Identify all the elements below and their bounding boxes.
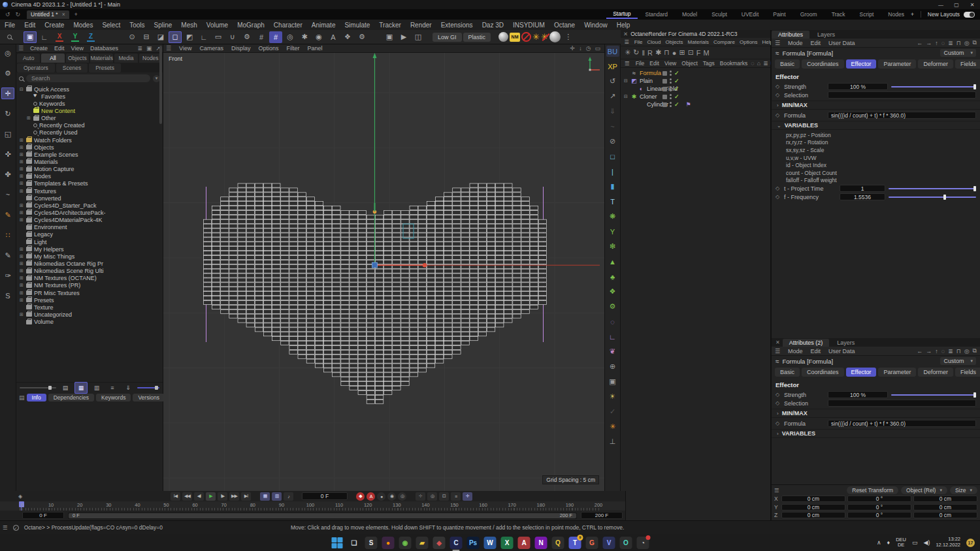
asset-menu-item-databases[interactable]: Databases [87, 45, 122, 52]
attributes-tab-attributes[interactable]: Attributes (2) [783, 339, 830, 347]
points-mode-button[interactable]: ⊙ [125, 31, 139, 43]
enabled-check-icon[interactable]: ✓ [674, 78, 679, 84]
tree-item-volume[interactable]: Volume [16, 319, 163, 326]
low-gi-button[interactable]: Low GI [433, 33, 462, 42]
record-off-button[interactable]: ● [377, 492, 385, 501]
material-picker-icon[interactable]: M [704, 49, 710, 57]
language-indicator[interactable]: DEUDE [896, 537, 906, 548]
add-icon[interactable]: ⊞ [679, 48, 685, 57]
viewport-front[interactable]: Front Grid Spacing : 5 cm [163, 53, 604, 491]
tree-item-recently-used[interactable]: Recently Used [16, 129, 163, 136]
octane-menu-item-materials[interactable]: Materials [685, 39, 711, 45]
attr-tab-fields[interactable]: Fields [955, 368, 980, 377]
menu-item-extensions[interactable]: Extensions [436, 22, 478, 29]
preset-dropdown[interactable]: Custom▾ [940, 357, 976, 365]
goto-end-button[interactable]: ▶I [241, 492, 251, 501]
next-frame-button[interactable]: I▶ [218, 492, 227, 501]
layout-tab-groom[interactable]: Groom [794, 10, 824, 18]
attr-menu-mode[interactable]: Mode [785, 348, 806, 354]
menu-item-select[interactable]: Select [97, 22, 125, 29]
tree-item-light[interactable]: Light [16, 238, 163, 245]
refresh-icon[interactable]: ↻ [633, 48, 639, 57]
layout-tab-standard[interactable]: Standard [639, 10, 675, 18]
character-button[interactable]: ❇ [606, 241, 619, 252]
polygons-mode-button[interactable]: ◪ [154, 31, 167, 43]
clock-icon[interactable]: ◷ [586, 45, 591, 52]
attr-tab-effector[interactable]: Effector [846, 59, 877, 69]
text-primitive-button[interactable]: T [606, 196, 619, 207]
preset-dropdown[interactable]: Custom▾ [940, 49, 976, 57]
scale-tool[interactable]: ◱ [1, 128, 14, 140]
object-cloner[interactable]: ⊟ ✱ Cloner ✓ [621, 93, 770, 101]
null-button[interactable]: ∟ [606, 331, 619, 342]
asset-filter-tab-auto[interactable]: Auto [17, 54, 40, 63]
up-icon[interactable]: ↑ [935, 348, 938, 354]
material-ball-icon[interactable]: ● [672, 49, 677, 57]
tree-item-new-content[interactable]: New Content [16, 107, 163, 114]
speaker-icon[interactable]: ◀) [924, 539, 930, 546]
attr-menu-user-data[interactable]: User Data [825, 348, 858, 354]
close-icon[interactable]: ✕ [772, 339, 781, 345]
visibility-dots[interactable] [670, 71, 672, 76]
attributes-tab-layers[interactable]: Layers [830, 339, 861, 347]
teams-icon[interactable]: T9 [569, 537, 581, 549]
variables-group[interactable]: ›VARIABLES [772, 429, 980, 438]
asset-menu-item-create[interactable]: Create [27, 45, 51, 52]
octane-menu-item-compare[interactable]: Compare [711, 39, 738, 45]
tree-item-my-misc-things[interactable]: ⊞ My Misc Things [16, 253, 163, 260]
menu-item-simulate[interactable]: Simulate [340, 22, 374, 29]
filter-icon[interactable]: ≣ [763, 60, 768, 67]
download-icon[interactable]: ⇓ [122, 382, 135, 394]
info-tab-info[interactable]: Info [27, 394, 46, 401]
search-icon[interactable] [3, 31, 16, 43]
dolly-icon[interactable]: ↓ [579, 45, 582, 52]
strength-field[interactable]: 100 % [828, 83, 888, 90]
excel-icon[interactable]: X [501, 537, 514, 549]
t-slider[interactable] [889, 188, 976, 189]
filter-icon[interactable]: ≣ [948, 348, 953, 354]
tree-item-textures[interactable]: ⊞ Textures [16, 187, 163, 195]
layers-button[interactable]: ≡ [451, 492, 461, 501]
cloner-button[interactable]: ❋ [606, 211, 619, 222]
strength-slider[interactable] [891, 86, 976, 87]
lock-icon[interactable]: ⊓ [664, 48, 670, 57]
hamburger-icon[interactable]: ☰ [772, 40, 783, 46]
environment-button[interactable]: ⊕ [606, 361, 619, 372]
clock-app-icon[interactable]: ◔ [637, 537, 649, 549]
fracture-button[interactable]: ❖ [606, 286, 619, 297]
dots-tool[interactable]: ∷ [1, 229, 14, 241]
enabled-check-icon[interactable]: ✓ [674, 101, 679, 108]
formula-field[interactable]: sin(((id / count) + t) * f * 360.0) [828, 112, 976, 119]
layout-tab-uvedit[interactable]: UVEdit [735, 10, 765, 18]
name-column-slider[interactable] [20, 387, 56, 388]
cast-icon[interactable]: ▭ [912, 539, 918, 546]
autokey-button[interactable]: A [367, 492, 375, 501]
info-tab-dependencies[interactable]: Dependencies [48, 394, 94, 401]
viewport-menu-item-options[interactable]: Options [254, 45, 282, 52]
check-dim-button[interactable]: ✓ [606, 406, 619, 417]
hamburger-icon[interactable]: ☰ [622, 60, 632, 67]
attr-tab-fields[interactable]: Fields [955, 59, 980, 69]
array-button[interactable]: ♣ [606, 271, 619, 282]
start-button[interactable] [331, 537, 344, 549]
tree-item-converted[interactable]: Converted [16, 195, 163, 202]
menu-item-volume[interactable]: Volume [202, 22, 233, 29]
range-end-field[interactable]: 200 F [581, 512, 623, 519]
tree-item-cycles4darchitecturepack[interactable]: ⊞ Cycles4DArchitecturePack- [16, 209, 163, 216]
spline-pen-button[interactable]: ~ [606, 121, 619, 132]
attr-menu-edit[interactable]: Edit [808, 40, 825, 46]
layout-lock-toggle[interactable] [964, 12, 975, 18]
octane-render-icon[interactable]: ✳ [532, 32, 540, 42]
viewport-menu-item-display[interactable]: Display [227, 45, 255, 52]
hamburger-icon[interactable]: ☰ [622, 39, 631, 45]
menu-item-window[interactable]: Window [580, 22, 612, 29]
attributes-tab-attributes[interactable]: Attributes [772, 31, 809, 39]
hamburger-icon[interactable]: ☰ [772, 348, 783, 354]
material-sphere-icon[interactable] [549, 31, 561, 42]
object-tag-icon[interactable]: ⚑ [686, 101, 691, 108]
viewport-menu-item-view[interactable]: View [175, 45, 195, 52]
menu-item-octane[interactable]: Octane [549, 22, 580, 29]
rotation-field[interactable]: 0 ° [847, 504, 911, 511]
hamburger-icon[interactable]: ☰ [16, 45, 25, 52]
clock[interactable]: 13:2212.12.2022 [936, 537, 960, 548]
